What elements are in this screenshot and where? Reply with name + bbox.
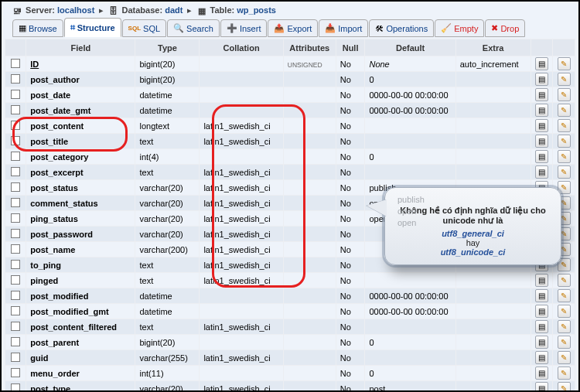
row-checkbox[interactable] <box>11 182 20 192</box>
edit-button[interactable]: ✎ <box>558 382 571 392</box>
row-checkbox[interactable] <box>11 74 20 84</box>
database-link[interactable]: dadt <box>165 5 183 15</box>
field-name: to_ping <box>26 257 135 272</box>
field-attributes <box>284 196 336 210</box>
edit-button[interactable]: ✎ <box>558 104 571 117</box>
edit-button[interactable]: ✎ <box>558 88 571 101</box>
row-checkbox[interactable] <box>11 121 20 130</box>
row-checkbox[interactable] <box>11 229 20 238</box>
edit-button[interactable]: ✎ <box>558 336 571 349</box>
field-attributes <box>284 211 336 226</box>
row-checkbox[interactable] <box>11 105 20 114</box>
row-checkbox[interactable] <box>11 260 20 269</box>
field-name: post_author <box>26 72 135 87</box>
edit-button[interactable]: ✎ <box>558 274 571 287</box>
edit-button[interactable]: ✎ <box>558 57 571 70</box>
row-checkbox[interactable] <box>11 90 20 99</box>
row-checkbox[interactable] <box>11 291 20 300</box>
row-checkbox[interactable] <box>11 244 20 254</box>
field-collation: latin1_swedish_ci <box>200 350 282 365</box>
row-checkbox[interactable] <box>11 59 20 68</box>
table-link[interactable]: wp_posts <box>237 5 276 15</box>
action-button[interactable]: ▤ <box>535 366 548 380</box>
field-null: No <box>336 56 365 71</box>
row-checkbox[interactable] <box>11 322 20 331</box>
row-checkbox[interactable] <box>11 368 20 377</box>
row-checkbox[interactable] <box>11 152 20 161</box>
field-collation <box>200 103 282 118</box>
field-name: post_type <box>26 381 135 392</box>
field-name: post_excerpt <box>26 165 135 179</box>
action-button[interactable]: ▤ <box>535 351 548 364</box>
row-checkbox[interactable] <box>11 275 20 285</box>
action-button[interactable]: ▤ <box>535 119 548 132</box>
tab-export[interactable]: 📤Export <box>268 19 318 37</box>
action-button[interactable]: ▤ <box>535 73 548 86</box>
tab-insert[interactable]: ➕Insert <box>220 19 268 37</box>
table-row: post_content_filteredtextlatin1_swedish_… <box>5 319 575 334</box>
field-null: No <box>336 196 365 210</box>
row-checkbox[interactable] <box>11 167 20 176</box>
field-attributes <box>284 227 336 241</box>
edit-button[interactable]: ✎ <box>558 351 571 364</box>
action-button[interactable]: ▤ <box>535 305 548 318</box>
field-null: No <box>336 72 365 87</box>
row-checkbox[interactable] <box>11 306 20 315</box>
tab-import[interactable]: 📥Import <box>319 19 368 37</box>
row-checkbox[interactable] <box>11 198 20 207</box>
tab-sql[interactable]: SQLSQL <box>122 19 166 37</box>
field-name: post_parent <box>26 335 135 349</box>
server-link[interactable]: localhost <box>57 5 94 15</box>
table-row: post_modifieddatetimeNo0000-00-00 00:00:… <box>5 288 575 303</box>
action-button[interactable]: ▤ <box>535 57 548 70</box>
field-default <box>365 118 455 133</box>
field-extra <box>456 319 531 334</box>
field-type: varchar(20) <box>135 227 199 241</box>
row-checkbox[interactable] <box>11 213 20 223</box>
row-checkbox[interactable] <box>11 353 20 362</box>
field-attributes <box>284 103 336 118</box>
field-default <box>365 350 455 365</box>
edit-button[interactable]: ✎ <box>558 165 571 179</box>
field-extra <box>456 87 531 102</box>
edit-button[interactable]: ✎ <box>558 150 571 163</box>
field-null: No <box>336 381 365 392</box>
tab-operations[interactable]: 🛠Operations <box>369 19 434 37</box>
field-extra <box>456 381 531 392</box>
edit-button[interactable]: ✎ <box>558 320 571 333</box>
row-checkbox[interactable] <box>11 337 20 346</box>
action-button[interactable]: ▤ <box>535 289 548 302</box>
edit-button[interactable]: ✎ <box>558 305 571 318</box>
field-collation: latin1_swedish_ci <box>200 196 282 210</box>
field-attributes <box>284 134 336 148</box>
tab-browse[interactable]: ▦Browse <box>12 19 63 37</box>
action-button[interactable]: ▤ <box>535 274 548 287</box>
tab-structure[interactable]: ⌗Structure <box>64 18 121 37</box>
tab-search[interactable]: 🔍Search <box>167 19 220 37</box>
edit-button[interactable]: ✎ <box>558 73 571 86</box>
action-button[interactable]: ▤ <box>535 88 548 101</box>
action-button[interactable]: ▤ <box>535 150 548 163</box>
row-checkbox[interactable] <box>11 136 20 145</box>
action-button[interactable]: ▤ <box>535 104 548 117</box>
edit-button[interactable]: ✎ <box>558 289 571 302</box>
field-default: 0 <box>365 335 455 349</box>
field-collation: latin1_swedish_ci <box>200 273 282 288</box>
tab-empty[interactable]: 🧹Empty <box>435 19 484 37</box>
action-button[interactable]: ▤ <box>535 320 548 333</box>
action-button[interactable]: ▤ <box>535 336 548 349</box>
tab-drop[interactable]: ✖Drop <box>485 19 525 37</box>
field-attributes <box>284 350 336 365</box>
edit-button[interactable]: ✎ <box>558 135 571 148</box>
edit-button[interactable]: ✎ <box>558 119 571 132</box>
field-default: 0000-00-00 00:00:00 <box>365 288 455 303</box>
action-button[interactable]: ▤ <box>535 382 548 392</box>
field-null: No <box>336 288 365 303</box>
row-checkbox[interactable] <box>11 383 20 392</box>
insert-icon: ➕ <box>227 23 237 33</box>
field-extra <box>456 118 531 133</box>
edit-button[interactable]: ✎ <box>558 366 571 380</box>
action-button[interactable]: ▤ <box>535 135 548 148</box>
action-button[interactable]: ▤ <box>535 165 548 179</box>
field-extra <box>456 165 531 179</box>
